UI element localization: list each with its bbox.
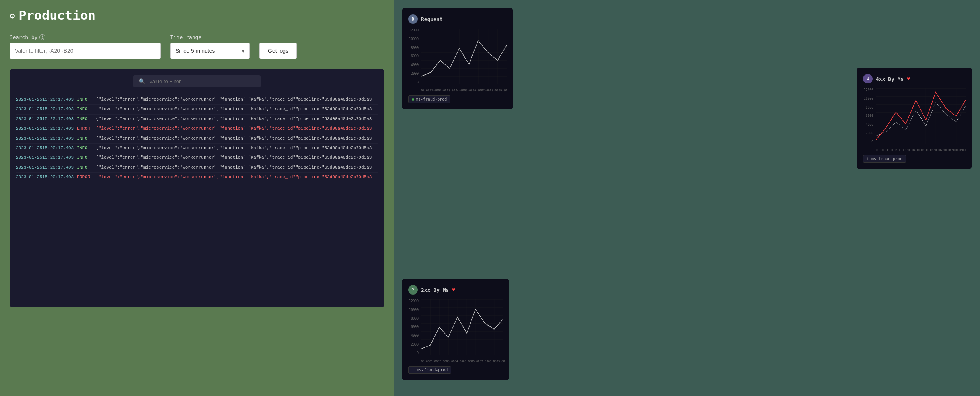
fourxx-chart-svg [876, 88, 966, 144]
time-range-wrapper: Since 5 minutes Since 15 minutes Since 1… [170, 43, 250, 59]
log-entry: 2023-01-2515:20:17.403INFO{"level":"erro… [16, 95, 378, 105]
search-input[interactable] [10, 43, 161, 59]
time-range-label: Time range [170, 34, 250, 40]
twoxx-heart-icon: ♥ [452, 287, 455, 293]
request-ms-tag: ms-fraud-prod [408, 95, 450, 103]
request-card-header: R Request [408, 14, 507, 24]
twoxx-chart-area: 12000 10000 8000 6000 4000 2000 0 00:00 … [408, 299, 503, 363]
log-message: {"level":"error","microservice":"workerr… [96, 165, 374, 171]
fourxx-y-labels: 12000 10000 8000 6000 4000 2000 0 [863, 88, 875, 144]
logs-panel: 🔍 2023-01-2515:20:17.403INFO{"level":"er… [10, 69, 384, 307]
log-level: INFO [77, 97, 93, 103]
log-message: {"level":"error","microservice":"workerr… [96, 155, 374, 161]
log-message: {"level":"error","microservice":"workerr… [96, 126, 374, 132]
controls-row: Search by i Time range Since 5 minutes S… [10, 34, 384, 59]
log-message: {"level":"error","microservice":"workerr… [96, 136, 374, 142]
log-timestamp: 2023-01-2515:20:17.403 [16, 116, 74, 122]
twoxx-avatar: 2 [408, 285, 418, 295]
main-panel: ⚙ Production Search by i Time range Sinc… [0, 0, 394, 396]
log-level: ERROR [77, 126, 93, 132]
heart-icon: ♥ [907, 76, 910, 82]
fourxx-chart-area: 12000 10000 8000 6000 4000 2000 0 00:00 … [863, 88, 966, 152]
log-timestamp: 2023-01-2515:20:17.403 [16, 174, 74, 180]
log-timestamp: 2023-01-2515:20:17.403 [16, 155, 74, 161]
fourxx-avatar: 4 [863, 74, 873, 83]
request-title: Request [421, 16, 443, 22]
log-timestamp: 2023-01-2515:20:17.403 [16, 136, 74, 142]
page-title: Production [19, 8, 95, 23]
log-entry: 2023-01-2515:20:17.403INFO{"level":"erro… [16, 105, 378, 114]
log-message: {"level":"error","microservice":"workerr… [96, 145, 374, 151]
search-icon: 🔍 [139, 78, 145, 84]
production-icon: ⚙ [10, 11, 15, 21]
right-panels: R Request 12000 10000 8000 6000 4000 200… [394, 0, 980, 396]
log-message: {"level":"error","microservice":"workerr… [96, 97, 374, 103]
request-chart-svg [421, 29, 507, 84]
header: ⚙ Production [10, 8, 384, 23]
log-entry: 2023-01-2515:20:17.403INFO{"level":"erro… [16, 163, 378, 173]
log-level: ERROR [77, 174, 93, 180]
log-entries: 2023-01-2515:20:17.403INFO{"level":"erro… [16, 95, 378, 182]
twoxx-ms-tag: + ms-fraud-prod [408, 366, 451, 374]
log-timestamp: 2023-01-2515:20:17.403 [16, 97, 74, 103]
time-range-group: Time range Since 5 minutes Since 15 minu… [170, 34, 250, 59]
log-level: INFO [77, 155, 93, 161]
fourxx-title: 4xx By Ms [876, 76, 904, 82]
twoxx-title: 2xx By Ms [421, 287, 449, 293]
request-card: R Request 12000 10000 8000 6000 4000 200… [402, 8, 513, 109]
log-level: INFO [77, 136, 93, 142]
svg-rect-1 [876, 88, 966, 144]
log-level: INFO [77, 165, 93, 171]
log-entry: 2023-01-2515:20:17.403INFO{"level":"erro… [16, 153, 378, 163]
twoxx-y-labels: 12000 10000 8000 6000 4000 2000 0 [408, 299, 420, 355]
log-entry: 2023-01-2515:20:17.403INFO{"level":"erro… [16, 115, 378, 124]
log-level: INFO [77, 145, 93, 151]
twoxx-chart-svg [421, 299, 503, 355]
twoxx-x-labels: 00:00 01:00 02:00 03:00 04:00 05:00 06:0… [421, 360, 503, 363]
fourxx-card-header: 4 4xx By Ms ♥ [863, 74, 966, 83]
logs-search-bar: 🔍 [133, 75, 261, 87]
log-timestamp: 2023-01-2515:20:17.403 [16, 106, 74, 112]
twoxx-card-header: 2 2xx By Ms ♥ [408, 285, 503, 295]
log-entry: 2023-01-2515:20:17.403INFO{"level":"erro… [16, 134, 378, 144]
fourxx-x-labels: 00:00 01:00 02:00 03:00 04:00 05:00 06:0… [876, 149, 966, 152]
info-icon: i [39, 34, 45, 40]
log-message: {"level":"error","microservice":"workerr… [96, 116, 374, 122]
log-entry: 2023-01-2515:20:17.403INFO{"level":"erro… [16, 144, 378, 153]
tag-dot [412, 98, 414, 101]
logs-search-input[interactable] [149, 78, 255, 84]
log-entry: 2023-01-2515:20:17.403ERROR{"level":"err… [16, 173, 378, 182]
log-message: {"level":"error","microservice":"workerr… [96, 174, 374, 180]
request-chart-area: 12000 10000 8000 6000 4000 2000 0 00:00 [408, 29, 507, 92]
log-timestamp: 2023-01-2515:20:17.403 [16, 126, 74, 132]
request-avatar: R [408, 14, 418, 24]
fourxx-card: 4 4xx By Ms ♥ 12000 10000 8000 6000 4000… [857, 68, 972, 169]
get-logs-button[interactable]: Get logs [259, 43, 297, 59]
log-timestamp: 2023-01-2515:20:17.403 [16, 165, 74, 171]
search-by-label: Search by i [10, 34, 161, 40]
log-timestamp: 2023-01-2515:20:17.403 [16, 145, 74, 151]
log-message: {"level":"error","microservice":"workerr… [96, 106, 374, 112]
fourxx-ms-tag: + ms-fraud-prod [863, 155, 906, 163]
search-by-group: Search by i [10, 34, 161, 59]
log-entry: 2023-01-2515:20:17.403ERROR{"level":"err… [16, 124, 378, 134]
log-level: INFO [77, 116, 93, 122]
request-y-labels: 12000 10000 8000 6000 4000 2000 0 [408, 29, 420, 84]
time-range-select[interactable]: Since 5 minutes Since 15 minutes Since 1… [170, 43, 250, 59]
request-x-labels: 00:00 01:00 02:00 03:00 04:00 05:00 06:0… [421, 89, 507, 92]
log-level: INFO [77, 106, 93, 112]
twoxx-card: 2 2xx By Ms ♥ 12000 10000 8000 6000 4000… [402, 279, 509, 380]
